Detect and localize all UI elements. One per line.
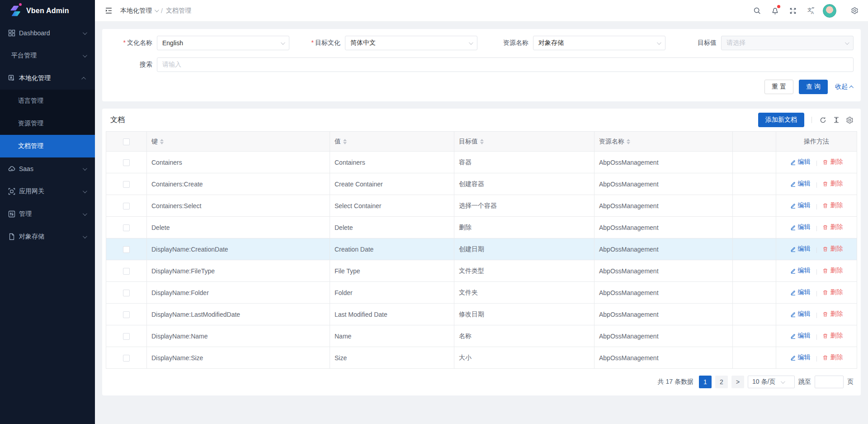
- brand-logo[interactable]: Vben Admin: [0, 0, 95, 22]
- topbar: 本地化管理 / 文档管理: [95, 0, 868, 22]
- delete-button[interactable]: 删除: [822, 158, 843, 166]
- delete-button[interactable]: 删除: [822, 332, 843, 340]
- delete-button[interactable]: 删除: [822, 267, 843, 275]
- page-button-2[interactable]: 2: [715, 376, 728, 388]
- chevron-down-icon: [281, 40, 285, 45]
- delete-button[interactable]: 删除: [822, 353, 843, 362]
- collapse-filter-link[interactable]: 收起: [835, 83, 854, 91]
- select-all-checkbox[interactable]: [123, 138, 130, 145]
- document-table-panel: 文档 添加新文档: [102, 109, 861, 395]
- page-size-select[interactable]: 10 条/页: [748, 376, 795, 388]
- row-checkbox[interactable]: [123, 268, 130, 275]
- column-settings-gear-icon[interactable]: [846, 116, 854, 124]
- sidebar-item-dashboard[interactable]: Dashboard: [0, 22, 95, 44]
- table-header-bar: 文档 添加新文档: [102, 109, 861, 131]
- target-value-select[interactable]: 请选择: [721, 36, 854, 50]
- sort-icon[interactable]: [480, 139, 484, 144]
- cell-target-value: 文件类型: [454, 260, 594, 282]
- row-checkbox[interactable]: [123, 311, 130, 318]
- row-checkbox[interactable]: [123, 355, 130, 362]
- sidebar-item-platform[interactable]: 平台管理: [0, 44, 95, 67]
- row-checkbox[interactable]: [123, 181, 130, 188]
- query-button[interactable]: 查 询: [799, 80, 828, 94]
- delete-button[interactable]: 删除: [822, 180, 843, 188]
- cell-value: Containers: [330, 152, 454, 173]
- edit-button[interactable]: 编辑: [790, 267, 811, 275]
- cell-spacer: [733, 325, 776, 347]
- page-button-1[interactable]: 1: [699, 376, 712, 388]
- cell-value: Delete: [330, 217, 454, 238]
- column-target-value: 目标值: [454, 132, 594, 152]
- edit-button[interactable]: 编辑: [790, 201, 811, 210]
- row-checkbox-cell: [106, 325, 147, 347]
- delete-button[interactable]: 删除: [822, 245, 843, 253]
- row-checkbox[interactable]: [123, 333, 130, 340]
- refresh-icon[interactable]: [819, 116, 827, 124]
- cell-spacer: [733, 347, 776, 369]
- jump-page-input[interactable]: [815, 376, 844, 388]
- target-culture-select[interactable]: 简体中文: [345, 36, 477, 50]
- cell-value: File Type: [330, 260, 454, 282]
- sort-icon[interactable]: [160, 139, 164, 144]
- svg-text:A: A: [811, 10, 814, 15]
- breadcrumb: 本地化管理 / 文档管理: [120, 7, 191, 15]
- edit-button[interactable]: 编辑: [790, 158, 811, 166]
- breadcrumb-parent[interactable]: 本地化管理: [120, 7, 158, 15]
- table-row: DisplayName:CreationDate Creation Date 创…: [106, 238, 857, 260]
- sidebar-item-label: 平台管理: [11, 52, 37, 60]
- sidebar-item-management[interactable]: 管理: [0, 203, 95, 225]
- edit-button[interactable]: 编辑: [790, 245, 811, 253]
- table-toolbar: 添加新文档: [758, 113, 854, 127]
- reset-button[interactable]: 重 置: [764, 80, 793, 94]
- sidebar-item-document-management[interactable]: 文档管理: [0, 135, 95, 157]
- row-height-icon[interactable]: [833, 116, 840, 124]
- row-checkbox[interactable]: [123, 203, 130, 210]
- fullscreen-icon[interactable]: [785, 2, 801, 20]
- edit-button[interactable]: 编辑: [790, 288, 811, 296]
- settings-gear-icon[interactable]: [846, 2, 863, 20]
- sidebar-item-language-management[interactable]: 语言管理: [0, 90, 95, 112]
- sort-icon[interactable]: [343, 139, 347, 144]
- sidebar-item-saas[interactable]: Saas: [0, 157, 95, 180]
- resource-name-select[interactable]: 对象存储: [533, 36, 665, 50]
- edit-button[interactable]: 编辑: [790, 353, 811, 362]
- sidebar-item-resource-management[interactable]: 资源管理: [0, 112, 95, 135]
- sidebar-item-localization[interactable]: 本地化管理: [0, 67, 95, 90]
- sort-icon[interactable]: [627, 139, 630, 144]
- edit-button[interactable]: 编辑: [790, 180, 811, 188]
- table-row: Containers:Select Select Container 选择一个容…: [106, 195, 857, 217]
- cell-value: Last Modified Date: [330, 304, 454, 325]
- field-search: 搜索 请输入: [109, 57, 854, 72]
- chevron-down-icon: [83, 189, 87, 193]
- delete-button[interactable]: 删除: [822, 288, 843, 296]
- delete-button[interactable]: 删除: [822, 310, 843, 318]
- row-checkbox[interactable]: [123, 159, 130, 166]
- sidebar-item-label: 管理: [19, 210, 32, 218]
- sidebar-item-object-storage[interactable]: 对象存储: [0, 225, 95, 248]
- edit-button[interactable]: 编辑: [790, 223, 811, 231]
- cell-actions: 编辑 删除: [776, 195, 857, 217]
- row-checkbox[interactable]: [123, 290, 130, 296]
- user-avatar[interactable]: [823, 4, 836, 18]
- documents-table: 键 值 目标值 资源名称 操作方法 Containers Containers …: [106, 131, 857, 369]
- next-page-button[interactable]: >: [731, 376, 744, 388]
- add-document-button[interactable]: 添加新文档: [758, 113, 804, 127]
- notification-bell-icon[interactable]: [767, 2, 783, 20]
- delete-button[interactable]: 删除: [822, 201, 843, 210]
- sidebar-item-label: Dashboard: [19, 29, 50, 37]
- delete-button[interactable]: 删除: [822, 223, 843, 231]
- edit-button[interactable]: 编辑: [790, 332, 811, 340]
- sidebar-collapse-button[interactable]: [102, 5, 115, 17]
- language-switch-icon[interactable]: 文 A: [803, 2, 819, 20]
- search-input[interactable]: 请输入: [157, 57, 854, 72]
- row-checkbox-cell: [106, 282, 147, 304]
- culture-name-select[interactable]: English: [157, 36, 289, 50]
- row-checkbox[interactable]: [123, 224, 130, 231]
- sidebar-menu: Dashboard 平台管理 本地化管理: [0, 22, 95, 248]
- search-icon[interactable]: [749, 2, 765, 20]
- row-checkbox-cell: [106, 195, 147, 217]
- cell-target-value: 创建日期: [454, 238, 594, 260]
- row-checkbox[interactable]: [123, 246, 130, 253]
- sidebar-item-gateway[interactable]: 应用网关: [0, 180, 95, 203]
- edit-button[interactable]: 编辑: [790, 310, 811, 318]
